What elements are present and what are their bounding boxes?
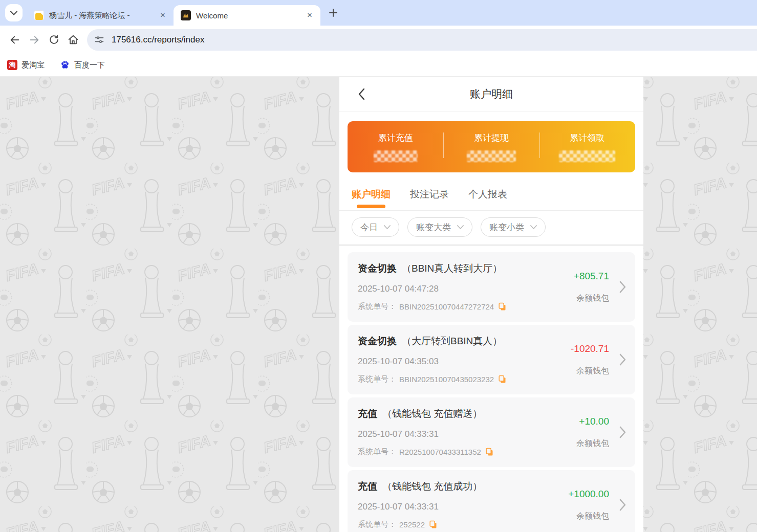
tab-account-detail[interactable]: 账户明细 bbox=[352, 188, 391, 201]
stat-label: 累计提现 bbox=[474, 132, 509, 144]
transaction-list: 资金切换（BBIN真人转到大厅） 2025-10-07 04:47:28 系统单… bbox=[339, 246, 643, 532]
copy-icon[interactable] bbox=[429, 520, 438, 529]
browser-tab-welcome[interactable]: Welcome × bbox=[174, 5, 320, 26]
plus-icon bbox=[329, 9, 337, 17]
chevron-down-icon bbox=[10, 11, 17, 15]
transaction-detail: （BBIN真人转到大厅） bbox=[402, 263, 502, 274]
stat-total-withdraw: 累计提现 bbox=[443, 121, 539, 172]
transaction-row[interactable]: 充值（钱能钱包 充值成功） 2025-10-07 04:33:31 系统单号：2… bbox=[348, 470, 635, 532]
chevron-down-icon bbox=[384, 225, 391, 229]
bookmarks-bar: 淘 爱淘宝 百度一下 bbox=[0, 54, 757, 77]
back-button[interactable] bbox=[5, 30, 25, 50]
back-arrow-icon bbox=[9, 34, 20, 46]
browser-toolbar: 175616.cc/reports/index bbox=[0, 26, 757, 54]
transaction-right: +1000.00 余额钱包 bbox=[568, 470, 609, 532]
masked-value bbox=[374, 150, 418, 162]
filter-date-dropdown[interactable]: 今日 bbox=[352, 217, 399, 237]
taobao-icon: 淘 bbox=[7, 60, 17, 70]
welcome-favicon-icon bbox=[181, 10, 191, 20]
filter-major-type-dropdown[interactable]: 账变大类 bbox=[407, 217, 472, 237]
address-bar[interactable]: 175616.cc/reports/index bbox=[87, 29, 757, 51]
transaction-wallet: 余额钱包 bbox=[576, 438, 609, 449]
page-title: 账户明细 bbox=[470, 87, 513, 101]
transaction-detail: （大厅转到BBIN真人） bbox=[402, 336, 502, 346]
forum-favicon-icon bbox=[34, 10, 44, 20]
transaction-detail: （钱能钱包 充值赠送） bbox=[382, 408, 482, 419]
tab-title: 杨雪儿 - 海燕策略论坛 - bbox=[49, 11, 157, 20]
close-icon[interactable]: × bbox=[304, 10, 315, 21]
transaction-type: 充值 bbox=[358, 481, 377, 492]
bookmark-baidu[interactable]: 百度一下 bbox=[60, 60, 105, 70]
account-detail-panel: 账户明细 累计充值 累计提现 累计领取 账户明细 投注记录 个人报表 今日 bbox=[339, 77, 643, 532]
order-label: 系统单号： bbox=[358, 374, 396, 384]
new-tab-button[interactable] bbox=[326, 5, 341, 20]
order-number: BBIN202510070447272724 bbox=[399, 302, 494, 311]
home-icon bbox=[68, 34, 79, 46]
chevron-down-icon bbox=[457, 225, 464, 229]
home-button[interactable] bbox=[63, 30, 83, 50]
transaction-type: 资金切换 bbox=[358, 263, 397, 274]
transaction-row[interactable]: 资金切换（大厅转到BBIN真人） 2025-10-07 04:35:03 系统单… bbox=[348, 325, 635, 394]
report-tabs: 账户明细 投注记录 个人报表 bbox=[339, 188, 643, 211]
chevron-down-icon bbox=[530, 225, 537, 229]
order-number: 252522 bbox=[399, 520, 425, 529]
reload-icon bbox=[49, 34, 59, 45]
reload-button[interactable] bbox=[44, 30, 63, 50]
site-settings-button[interactable] bbox=[91, 32, 107, 48]
order-label: 系统单号： bbox=[358, 447, 396, 457]
copy-icon[interactable] bbox=[498, 302, 507, 311]
transaction-amount: +10.00 bbox=[579, 416, 609, 427]
filter-label: 账变小类 bbox=[489, 221, 524, 233]
tab-personal-report[interactable]: 个人报表 bbox=[468, 188, 507, 201]
stat-label: 累计充值 bbox=[378, 132, 413, 144]
stat-total-claimed: 累计领取 bbox=[539, 121, 635, 172]
chevron-left-icon bbox=[358, 88, 365, 100]
filter-label: 账变大类 bbox=[416, 221, 451, 233]
transaction-amount: +1000.00 bbox=[568, 489, 609, 500]
order-number: R202510070433311352 bbox=[399, 448, 481, 456]
tune-icon bbox=[94, 35, 104, 45]
transaction-detail: （钱能钱包 充值成功） bbox=[382, 481, 482, 492]
chevron-right-icon bbox=[619, 499, 626, 511]
chevron-right-icon bbox=[619, 426, 626, 438]
page-background: FIFA bbox=[0, 77, 757, 532]
transaction-wallet: 余额钱包 bbox=[576, 511, 609, 522]
tab-bet-records[interactable]: 投注记录 bbox=[410, 188, 449, 201]
transaction-right: +10.00 余额钱包 bbox=[576, 397, 609, 467]
close-icon[interactable]: × bbox=[157, 10, 168, 21]
filter-minor-type-dropdown[interactable]: 账变小类 bbox=[481, 217, 546, 237]
transaction-right: +805.71 余额钱包 bbox=[574, 252, 609, 322]
forward-button[interactable] bbox=[25, 30, 44, 50]
bookmark-label: 爱淘宝 bbox=[21, 60, 45, 70]
tab-title: Welcome bbox=[196, 11, 304, 20]
masked-value bbox=[559, 150, 615, 162]
transaction-amount: -1020.71 bbox=[571, 343, 609, 354]
copy-icon[interactable] bbox=[498, 375, 507, 384]
order-label: 系统单号： bbox=[358, 302, 396, 312]
masked-value bbox=[467, 150, 516, 162]
order-label: 系统单号： bbox=[358, 520, 396, 529]
filter-label: 今日 bbox=[360, 221, 378, 233]
back-button-page[interactable] bbox=[354, 86, 369, 102]
copy-icon[interactable] bbox=[485, 448, 494, 456]
transaction-wallet: 余额钱包 bbox=[576, 366, 609, 376]
transaction-amount: +805.71 bbox=[574, 271, 609, 282]
browser-tab-strip: 杨雪儿 - 海燕策略论坛 - × Welcome × bbox=[0, 0, 757, 26]
baidu-paw-icon bbox=[60, 60, 70, 70]
transaction-row[interactable]: 充值（钱能钱包 充值赠送） 2025-10-07 04:33:31 系统单号：R… bbox=[348, 397, 635, 467]
filters-row: 今日 账变大类 账变小类 bbox=[339, 211, 643, 246]
browser-tab-forum[interactable]: 杨雪儿 - 海燕策略论坛 - × bbox=[27, 5, 174, 26]
tab-search-button[interactable] bbox=[5, 4, 23, 21]
chevron-right-icon bbox=[619, 353, 626, 366]
transaction-right: -1020.71 余额钱包 bbox=[571, 325, 609, 394]
stat-total-deposit: 累计充值 bbox=[348, 121, 443, 172]
transaction-row[interactable]: 资金切换（BBIN真人转到大厅） 2025-10-07 04:47:28 系统单… bbox=[348, 252, 635, 322]
transaction-wallet: 余额钱包 bbox=[576, 293, 609, 304]
bookmark-label: 百度一下 bbox=[74, 60, 105, 70]
order-number: BBIN202510070435023232 bbox=[399, 375, 494, 384]
transaction-type: 资金切换 bbox=[358, 336, 397, 346]
forward-arrow-icon bbox=[29, 34, 40, 46]
totals-card: 累计充值 累计提现 累计领取 bbox=[348, 121, 635, 172]
bookmark-aitaobao[interactable]: 淘 爱淘宝 bbox=[7, 60, 45, 70]
transaction-type: 充值 bbox=[358, 408, 377, 419]
